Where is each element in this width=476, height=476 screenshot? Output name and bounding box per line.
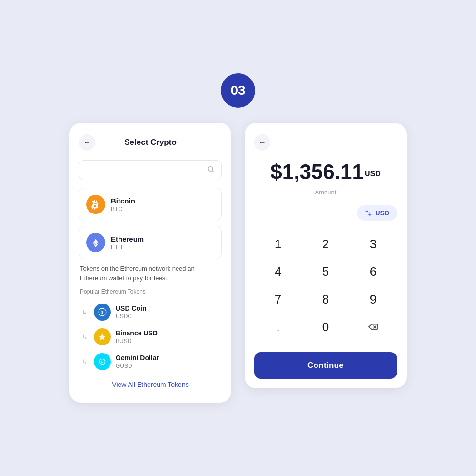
view-all-link[interactable]: View All Ethereum Tokens xyxy=(79,381,222,388)
usdc-arrow: ↳ xyxy=(82,309,87,316)
svg-text:G: G xyxy=(101,360,104,363)
left-panel-title: Select Crypto xyxy=(95,138,206,147)
numpad: 1 2 3 4 5 6 7 8 9 . 0 xyxy=(254,230,397,341)
ethereum-info: Ethereum ETH xyxy=(111,235,144,251)
continue-button[interactable]: Continue xyxy=(254,352,397,379)
busd-arrow: ↳ xyxy=(82,334,87,341)
bitcoin-info: Bitcoin BTC xyxy=(111,197,135,213)
usdc-icon: $ xyxy=(94,304,111,321)
svg-line-1 xyxy=(212,171,214,172)
right-panel-header: ← xyxy=(254,134,397,151)
search-box[interactable] xyxy=(79,160,222,180)
busd-symbol: BUSD xyxy=(116,338,158,344)
busd-info: Binance USD BUSD xyxy=(116,329,158,344)
amount-label: Amount xyxy=(254,189,397,196)
bitcoin-item[interactable]: Bitcoin BTC xyxy=(79,188,222,221)
bitcoin-symbol: BTC xyxy=(111,206,135,213)
left-panel-header: ← Select Crypto xyxy=(79,134,222,151)
search-input[interactable] xyxy=(86,166,207,174)
key-9[interactable]: 9 xyxy=(349,285,397,313)
gusd-name: Gemini Dollar xyxy=(116,354,159,362)
busd-item[interactable]: ↳ Binance USD BUSD xyxy=(79,324,222,349)
key-3[interactable]: 3 xyxy=(349,230,397,258)
key-6[interactable]: 6 xyxy=(349,258,397,285)
amount-currency: USD xyxy=(365,170,381,178)
key-7[interactable]: 7 xyxy=(254,285,302,313)
busd-icon xyxy=(94,328,111,345)
key-4[interactable]: 4 xyxy=(254,258,302,285)
gusd-item[interactable]: ↳ G Gemini Dollar GUSD xyxy=(79,349,222,374)
currency-toggle-button[interactable]: USD xyxy=(357,205,397,221)
ethereum-item[interactable]: Ethereum ETH xyxy=(79,226,222,259)
key-5[interactable]: 5 xyxy=(302,258,349,285)
bitcoin-name: Bitcoin xyxy=(111,197,135,205)
busd-name: Binance USD xyxy=(116,329,158,337)
svg-text:$: $ xyxy=(101,311,103,314)
svg-marker-4 xyxy=(99,334,106,340)
gusd-icon: G xyxy=(94,353,111,370)
usdc-name: USD Coin xyxy=(116,304,147,312)
gusd-symbol: GUSD xyxy=(116,363,159,369)
select-crypto-panel: ← Select Crypto Bitcoin BTC xyxy=(69,123,231,403)
key-dot[interactable]: . xyxy=(254,313,302,341)
usdc-info: USD Coin USDC xyxy=(116,304,147,320)
ethereum-icon xyxy=(86,233,105,252)
key-8[interactable]: 8 xyxy=(302,285,349,313)
ethereum-name: Ethereum xyxy=(111,235,144,243)
amount-display: $1,356.11USD xyxy=(254,160,397,184)
step-badge: 03 xyxy=(221,73,255,108)
key-0[interactable]: 0 xyxy=(302,313,349,341)
key-1[interactable]: 1 xyxy=(254,230,302,258)
gusd-arrow: ↳ xyxy=(82,358,87,365)
currency-toggle-label: USD xyxy=(375,209,389,217)
key-2[interactable]: 2 xyxy=(302,230,349,258)
search-icon xyxy=(207,165,215,175)
ethereum-section: Ethereum ETH Tokens on the Ethereum netw… xyxy=(79,226,222,388)
eth-description: Tokens on the Ethereum network need an E… xyxy=(80,264,221,283)
amount-value: $1,356.11 xyxy=(270,160,364,183)
right-back-button[interactable]: ← xyxy=(254,134,270,151)
panels-container: ← Select Crypto Bitcoin BTC xyxy=(69,123,407,403)
ethereum-symbol: ETH xyxy=(111,244,144,251)
left-back-button[interactable]: ← xyxy=(79,134,95,151)
popular-label: Popular Ethereum Tokens xyxy=(80,288,222,295)
amount-panel: ← $1,356.11USD Amount USD 1 2 3 4 5 6 xyxy=(245,123,407,388)
bitcoin-icon xyxy=(86,195,105,214)
key-backspace[interactable] xyxy=(349,313,397,341)
gusd-info: Gemini Dollar GUSD xyxy=(116,354,159,369)
currency-toggle: USD xyxy=(254,205,397,221)
usdc-item[interactable]: ↳ $ USD Coin USDC xyxy=(79,300,222,324)
usdc-symbol: USDC xyxy=(116,313,147,320)
